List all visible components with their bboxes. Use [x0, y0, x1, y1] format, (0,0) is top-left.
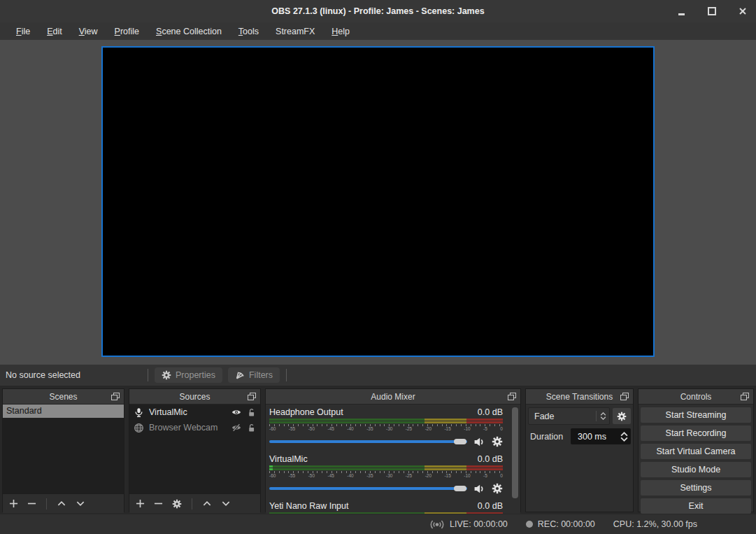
- source-properties-button[interactable]: [172, 499, 182, 509]
- source-item-virtualmic[interactable]: VirtualMic: [129, 405, 260, 420]
- add-scene-button[interactable]: [9, 499, 18, 508]
- move-scene-up-button[interactable]: [57, 499, 66, 508]
- channel-settings-button[interactable]: [492, 436, 503, 447]
- maximize-icon: [708, 7, 716, 15]
- controls-panel: Controls Start Streaming Start Recording…: [638, 388, 754, 512]
- menu-edit[interactable]: Edit: [39, 24, 70, 38]
- duration-label: Duration: [528, 432, 568, 442]
- filters-button-label: Filters: [249, 370, 273, 380]
- preview-canvas[interactable]: [101, 46, 655, 357]
- mixer-scrollbar[interactable]: [512, 407, 518, 498]
- add-source-button[interactable]: [136, 499, 145, 508]
- duration-spin-buttons[interactable]: [618, 432, 631, 442]
- scene-transitions-panel: Scene Transitions Fade: [525, 388, 634, 512]
- menu-scene-collection[interactable]: Scene Collection: [148, 24, 229, 38]
- meter-tick-label: -50: [308, 426, 315, 432]
- remove-source-button[interactable]: [154, 499, 163, 508]
- menu-tools[interactable]: Tools: [231, 24, 266, 38]
- meter-tick-label: 0: [500, 473, 503, 479]
- eye-icon[interactable]: [231, 407, 242, 417]
- toolbar-separator: [286, 369, 287, 381]
- transition-select[interactable]: Fade: [528, 407, 610, 425]
- maximize-button[interactable]: [704, 3, 720, 19]
- scenes-list: Standard: [3, 405, 124, 493]
- start-streaming-button[interactable]: Start Streaming: [641, 407, 751, 423]
- unlock-icon[interactable]: [247, 408, 256, 417]
- move-source-down-button[interactable]: [221, 499, 231, 508]
- properties-button-label: Properties: [176, 370, 215, 380]
- volume-slider-handle[interactable]: [454, 439, 466, 444]
- scenes-panel: Scenes Standard: [2, 388, 124, 512]
- mute-button[interactable]: [473, 483, 485, 495]
- properties-button[interactable]: Properties: [155, 367, 222, 383]
- meter-scale: -60-55-50-45-40-35-30-25-20-15-10-50: [269, 473, 503, 479]
- move-scene-down-button[interactable]: [76, 499, 85, 508]
- meter-tick-label: -5: [483, 426, 487, 432]
- meter-tick-label: -40: [347, 426, 353, 432]
- caret-down-icon: [600, 416, 606, 420]
- unlock-icon[interactable]: [247, 423, 256, 433]
- menu-help[interactable]: Help: [324, 24, 357, 38]
- popout-icon[interactable]: [248, 393, 256, 400]
- channel-settings-button[interactable]: [492, 483, 503, 494]
- start-virtual-camera-button[interactable]: Start Virtual Camera: [641, 444, 751, 459]
- popout-icon[interactable]: [620, 393, 629, 400]
- dock-area: Scenes Standard Sources: [0, 386, 756, 514]
- scenes-toolbar: [3, 493, 124, 513]
- meter-tick-label: 0: [500, 426, 503, 432]
- menu-bar: File Edit View Profile Scene Collection …: [0, 22, 756, 40]
- toolbar-separator: [148, 369, 148, 381]
- popout-icon[interactable]: [741, 393, 749, 400]
- channel-volume-db: 0.0 dB: [478, 501, 503, 511]
- channel-volume-db: 0.0 dB: [478, 454, 503, 464]
- popout-icon[interactable]: [111, 393, 120, 400]
- scene-transitions-header: Scene Transitions: [526, 389, 633, 405]
- source-item-browser-webcam[interactable]: Browser Webcam: [129, 420, 260, 435]
- meter-scale: -60-55-50-45-40-35-30-25-20-15-10-50: [269, 426, 503, 432]
- menu-view[interactable]: View: [71, 24, 106, 38]
- channel-name: VirtualMic: [269, 454, 308, 464]
- volume-slider[interactable]: [269, 440, 467, 443]
- record-dot-icon: [526, 521, 533, 528]
- meter-tick-label: -20: [425, 426, 432, 432]
- filters-button[interactable]: Filters: [228, 367, 280, 383]
- sources-list: VirtualMic Browser Webcam: [129, 405, 260, 493]
- audio-mixer-header: Audio Mixer: [266, 389, 520, 405]
- start-recording-button[interactable]: Start Recording: [641, 426, 751, 441]
- scene-item-standard[interactable]: Standard: [3, 405, 124, 418]
- volume-slider[interactable]: [269, 487, 467, 490]
- menu-profile[interactable]: Profile: [107, 24, 147, 38]
- window-controls: [673, 0, 750, 22]
- eye-slash-icon[interactable]: [231, 423, 242, 433]
- gear-icon: [617, 411, 627, 422]
- cpu-fps-stats: CPU: 1.2%, 30.00 fps: [613, 519, 697, 529]
- combo-spinner[interactable]: [597, 412, 609, 420]
- meter-tick-label: -30: [386, 473, 392, 479]
- remove-scene-button[interactable]: [27, 499, 36, 508]
- globe-icon: [134, 423, 144, 433]
- controls-panel-title: Controls: [680, 392, 712, 402]
- mute-button[interactable]: [473, 436, 485, 448]
- studio-mode-button[interactable]: Studio Mode: [641, 462, 751, 477]
- transition-properties-button[interactable]: [613, 408, 631, 424]
- window-title: OBS 27.1.3 (linux) - Profile: James - Sc…: [271, 6, 484, 16]
- popout-icon[interactable]: [508, 393, 516, 400]
- menu-streamfx[interactable]: StreamFX: [268, 24, 322, 38]
- settings-button[interactable]: Settings: [641, 480, 751, 496]
- move-source-up-button[interactable]: [202, 499, 212, 508]
- channel-name: Yeti Nano Raw Input: [269, 501, 349, 511]
- exit-button[interactable]: Exit: [641, 498, 751, 514]
- duration-spinbox[interactable]: 300 ms: [571, 428, 631, 444]
- mixer-channel-headphone-output: Headphone Output 0.0 dB -60-55-50-45-40-…: [269, 406, 517, 449]
- close-button[interactable]: [735, 3, 750, 19]
- menu-file[interactable]: File: [8, 24, 38, 38]
- meter-tick-label: -35: [366, 473, 373, 479]
- minimize-button[interactable]: [673, 3, 689, 19]
- volume-slider-handle[interactable]: [454, 486, 466, 491]
- meter-tick-label: -10: [464, 426, 470, 432]
- close-icon: [739, 8, 746, 15]
- meter-tick-label: -55: [289, 426, 295, 432]
- live-status: LIVE: 00:00:00: [429, 519, 508, 530]
- audio-mixer-title: Audio Mixer: [371, 392, 415, 402]
- meter-tick-label: -60: [269, 426, 276, 432]
